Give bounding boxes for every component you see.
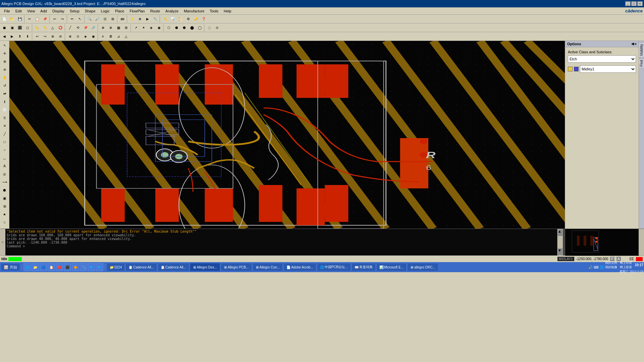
tb-open[interactable]: 📂 [8,15,16,23]
console-scroll-down[interactable]: ▼ [558,248,562,255]
tb2-20[interactable]: ◉ [155,24,163,32]
tb-key[interactable]: 🔑 [192,15,200,23]
tb-help[interactable]: ❓ [200,15,207,23]
left-route[interactable]: ⟶ [1,178,8,186]
tb-redo[interactable]: ↪ [59,15,66,23]
tb-script[interactable]: 📜 [177,15,184,23]
tb-run[interactable]: ▶ [144,15,151,23]
tb2-15[interactable]: ▦ [115,24,122,32]
tb-app-3[interactable]: 🔵 [40,263,47,271]
menu-add[interactable]: Add [38,8,50,14]
minimize-btn[interactable]: _ [625,1,631,6]
tb-app-4[interactable]: 📋 [48,263,55,271]
menu-logic[interactable]: Logic [98,8,112,14]
tb-undo[interactable]: ↩ [51,15,58,23]
tb2-26[interactable]: ◌ [206,24,213,32]
tb2-18[interactable]: ✦ [140,24,147,32]
tb2-14[interactable]: ⊗ [107,24,114,32]
tb2-8[interactable]: ⭕ [57,24,64,32]
left-group[interactable]: ▣ [1,194,8,202]
tb-new[interactable]: 📄 [1,15,8,23]
tb-cut[interactable]: ✂ [26,15,33,23]
tb-paste[interactable]: 📌 [41,15,49,23]
left-mirror[interactable]: ⇄ [1,90,8,97]
tray-online-bottom[interactable]: 网上部居 [620,265,632,269]
tb-app-10[interactable]: 🔷 [96,263,103,271]
tb-zoom-fit[interactable]: ⊡ [101,15,109,23]
taskbar-allegro-des[interactable]: 🖥 Allegro Des... [190,263,220,271]
tb3-5[interactable]: ↩ [34,33,41,40]
console-panel[interactable]: "Selected item not valid for current ope… [5,229,557,255]
left-rotate[interactable]: ↺ [1,82,8,89]
tb2-24[interactable]: ⬤ [188,24,196,32]
tb2-17[interactable]: ↗ [132,24,140,32]
tb3-14[interactable]: ≣ [107,33,114,40]
left-add-line[interactable]: ╱ [1,130,8,137]
tb-app-5[interactable]: 🔴 [56,263,63,271]
taskbar-cadence2[interactable]: 📋 Cadence All... [158,263,189,271]
tb2-5[interactable]: 📐 [34,24,41,32]
console-scrollbar[interactable]: ▲ ▼ [557,229,563,255]
visibility-tab[interactable]: Visibility [639,42,644,58]
menu-manufacture[interactable]: Manufacture [181,8,207,14]
minimap-scroll[interactable] [639,229,644,255]
left-add-shape[interactable]: ⬟ [1,186,8,194]
taskbar-0224[interactable]: 📁 0224 [107,263,125,271]
taskbar-pcb-forum[interactable]: 🌐 中国PCB论坛... [317,263,351,271]
taskbar-drc[interactable]: 🖥 allegro DRC... [407,263,438,271]
tb2-22[interactable]: ⬢ [173,24,180,32]
taskbar-allegro-con[interactable]: 🖥 Allegro Con... [253,263,283,271]
close-btn[interactable]: × [637,1,643,6]
tb-app-6[interactable]: ⬛ [64,263,71,271]
tb-measure[interactable]: 📏 [161,15,169,23]
left-via[interactable]: ◎ [1,170,8,178]
taskbar-youdao[interactable]: 📖 有道词典 [352,263,376,271]
left-add-circle[interactable]: ○ [1,146,8,154]
menu-help[interactable]: Help [221,8,234,14]
left-zoom-out[interactable]: ⊖ [1,66,8,73]
tb2-11[interactable]: 📌 [82,24,89,32]
tb2-2[interactable]: ▣ [8,24,16,32]
left-ungroup[interactable]: ⊞ [1,202,8,210]
menu-analyze[interactable]: Analyze [163,8,181,14]
tb-zoom-sel[interactable]: ⊞ [109,15,116,23]
tb2-23[interactable]: ⬣ [180,24,188,32]
tb-zoom-out[interactable]: 🔎 [94,15,101,23]
window-controls[interactable]: _ □ × [625,1,643,6]
tray-online-top[interactable]: 网上邻居 [620,261,632,265]
menu-place[interactable]: Place [112,8,127,14]
tb2-10[interactable]: ⟲ [74,24,82,32]
tray-mydocs[interactable]: 我的文档 [605,261,617,265]
left-copy[interactable]: ⎘ [1,114,8,121]
left-zoom-in[interactable]: ⊕ [1,58,8,65]
left-add-text[interactable]: A [1,162,8,170]
menu-display[interactable]: Display [50,8,67,14]
taskbar-cadence1[interactable]: 📋 Cadence All... [125,263,157,271]
tb3-13[interactable]: ≡ [99,33,107,40]
tb-drc[interactable]: ⚡ [128,15,136,23]
left-add-arc[interactable]: ◡ [1,154,8,162]
tb3-10[interactable]: ⊙ [74,33,82,40]
tb3-11[interactable]: ◈ [82,33,89,40]
tb-app-7[interactable]: 🔶 [72,263,79,271]
tb-select[interactable]: ↖ [76,15,84,23]
tb-3d[interactable]: 3D [119,15,126,23]
left-delete[interactable]: ✕ [1,122,8,129]
left-snap[interactable]: ✛ [1,50,8,57]
menu-flowplan[interactable]: FlowPlan [127,8,147,14]
menu-setup[interactable]: Setup [67,8,82,14]
console-toggle[interactable]: × [0,229,5,255]
options-pin-btn[interactable]: ◀ [631,42,634,46]
tb2-16[interactable]: ⊞ [122,24,130,32]
menu-file[interactable]: File [1,8,13,14]
menu-edit[interactable]: Edit [13,8,24,14]
left-highlight[interactable]: ★ [1,210,8,218]
tb3-7[interactable]: ⊕ [49,33,56,40]
tb-edit[interactable]: ✏ [68,15,76,23]
taskbar-ms-excel[interactable]: 📊 Microsoft E... [376,263,407,271]
menu-route[interactable]: Route [148,8,163,14]
tb-prop[interactable]: 🔧 [152,15,159,23]
tb2-7[interactable]: △ [49,24,56,32]
tb3-12[interactable]: ◉ [90,33,97,40]
tb2-3[interactable]: ⬛ [16,24,23,32]
